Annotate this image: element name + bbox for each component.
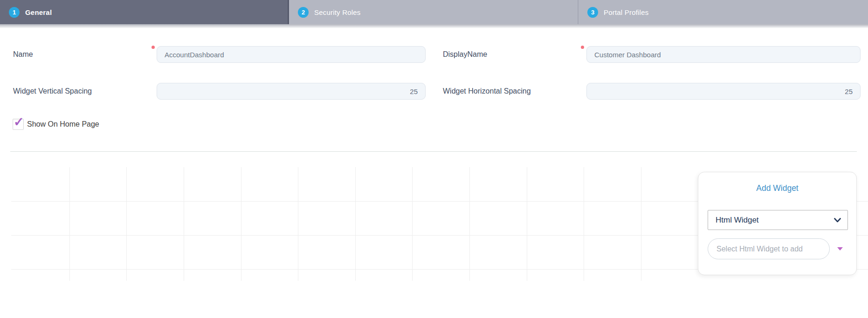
show-on-home-page-label: Show On Home Page (27, 120, 99, 129)
chevron-down-icon (834, 218, 841, 223)
wizard-tab-bar: 1 General 2 Security Roles 3 Portal Prof… (0, 0, 868, 24)
dashboard-designer-page: 1 General 2 Security Roles 3 Portal Prof… (0, 0, 868, 318)
section-divider (10, 151, 857, 152)
widget-instance-select-input[interactable] (708, 238, 830, 259)
widget-type-selected-value: Html Widget (716, 216, 834, 225)
show-on-home-page-checkbox[interactable]: ✓ Show On Home Page (13, 119, 99, 130)
grid-vertical-line (469, 167, 470, 281)
tab-security-roles[interactable]: 2 Security Roles (289, 0, 579, 24)
grid-vertical-line (69, 167, 70, 281)
dropdown-caret-icon[interactable] (837, 247, 843, 250)
widget-horizontal-spacing-label: Widget Horizontal Spacing (443, 88, 531, 95)
checkbox-box[interactable]: ✓ (13, 119, 24, 130)
tab-general[interactable]: 1 General (0, 0, 289, 24)
grid-vertical-line (298, 167, 298, 281)
name-label: Name (13, 51, 33, 58)
step-2-circle: 2 (298, 7, 309, 18)
grid-vertical-line (355, 167, 356, 281)
tab-general-label: General (25, 8, 52, 16)
grid-vertical-line (184, 167, 184, 281)
widget-type-select[interactable]: Html Widget (708, 210, 848, 230)
name-input[interactable] (157, 46, 426, 63)
step-3-circle: 3 (587, 7, 598, 18)
widget-vertical-spacing-input[interactable] (157, 83, 426, 100)
name-required-dot (152, 46, 155, 49)
grid-vertical-line (241, 167, 241, 281)
widget-horizontal-spacing-input[interactable] (586, 83, 861, 100)
display-name-label: DisplayName (443, 51, 487, 58)
grid-vertical-line (641, 167, 641, 281)
checkmark-icon: ✓ (14, 116, 24, 129)
display-name-required-dot (581, 46, 584, 49)
tab-security-roles-label: Security Roles (314, 8, 361, 16)
grid-vertical-line (527, 167, 527, 281)
grid-vertical-line (412, 167, 413, 281)
grid-vertical-line (126, 167, 127, 281)
grid-vertical-line (584, 167, 584, 281)
add-widget-link[interactable]: Add Widget (698, 183, 856, 193)
step-1-circle: 1 (9, 7, 20, 18)
tab-portal-profiles[interactable]: 3 Portal Profiles (579, 0, 868, 24)
widget-vertical-spacing-label: Widget Vertical Spacing (13, 88, 92, 95)
add-widget-panel: Add Widget Html Widget (698, 172, 857, 275)
display-name-input[interactable] (586, 46, 861, 63)
tab-portal-profiles-label: Portal Profiles (604, 8, 648, 16)
